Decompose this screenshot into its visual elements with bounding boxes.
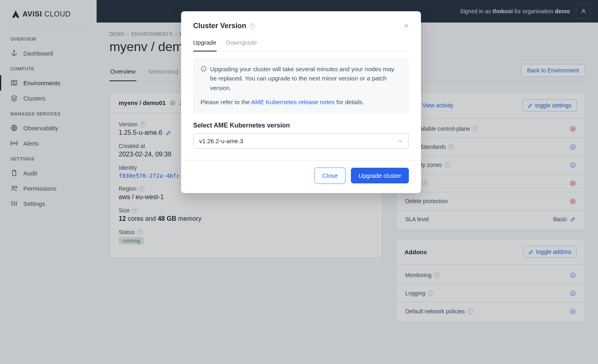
version-select-value[interactable]: v1.26.2-u-ame.3 (193, 133, 409, 149)
modal-tab-downgrade[interactable]: Downgrade (226, 39, 257, 51)
callout-line2b: for details. (335, 99, 364, 105)
modal-tabs: Upgrade Downgrade (193, 39, 409, 51)
modal-title: Cluster Version ? (193, 22, 255, 30)
upgrade-callout: Upgrading your cluster will take several… (193, 58, 409, 113)
version-select[interactable]: v1.26.2-u-ame.3 (193, 133, 409, 149)
version-select-label: Select AME Kubernetes version (193, 122, 409, 129)
close-button[interactable]: Close (315, 168, 345, 183)
info-icon (200, 66, 207, 72)
callout-line1: Upgrading your cluster will take several… (210, 64, 402, 93)
upgrade-cluster-button[interactable]: Upgrade cluster (351, 168, 409, 183)
modal-title-text: Cluster Version (193, 22, 246, 30)
help-icon[interactable]: ? (250, 23, 255, 29)
close-icon[interactable]: ✕ (404, 22, 409, 30)
callout-line2a: Please refer to the (200, 99, 251, 105)
modal-tab-upgrade[interactable]: Upgrade (193, 39, 217, 51)
cluster-version-modal: Cluster Version ? ✕ Upgrade Downgrade Up… (181, 11, 421, 193)
release-notes-link[interactable]: AME Kubernetes release notes (251, 99, 335, 105)
